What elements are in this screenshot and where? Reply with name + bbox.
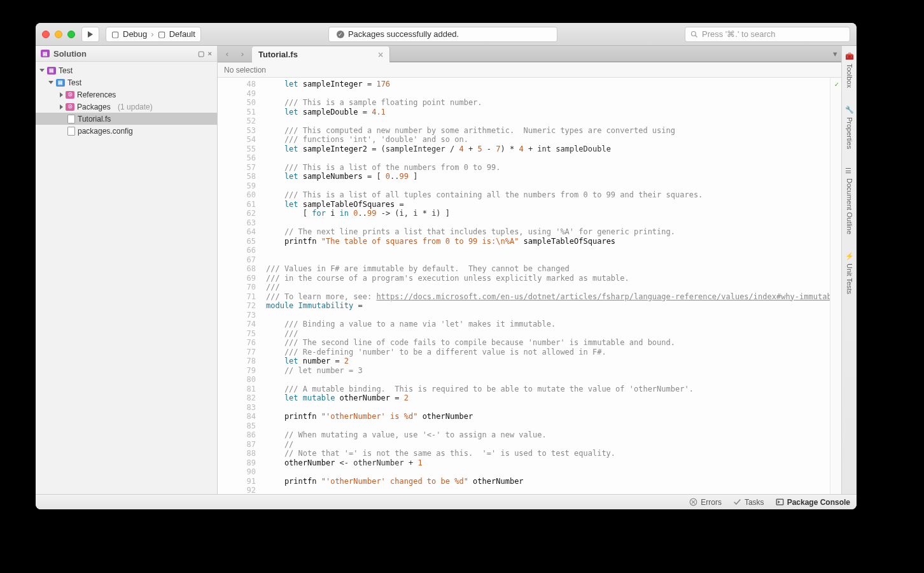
global-search[interactable]: Press '⌘.' to search [685,27,850,42]
file-tab-tutorial[interactable]: Tutorial.fs × [252,46,390,62]
solution-title: Solution [53,49,87,59]
file-icon [67,127,75,136]
close-window-button[interactable] [42,31,50,38]
config-label: Debug [123,29,147,39]
console-icon [776,498,784,506]
tree-file-packages-config[interactable]: packages.config [36,125,217,137]
breadcrumb-bar[interactable]: No selection [218,62,841,78]
errors-button[interactable]: Errors [689,498,722,507]
panel-undock-button[interactable]: ▢ [198,50,204,58]
references-label: References [77,90,116,99]
tab-bar-rest: ▾ [390,46,841,62]
errors-icon [689,498,697,506]
nav-back-button[interactable]: ‹ [220,48,234,60]
ok-marker-icon: ✓ [834,80,839,90]
tab-dropdown-button[interactable]: ▾ [833,49,837,59]
rail-unit-tests[interactable]: ⚡ Unit Tests [845,250,854,297]
ide-window: ▢ Debug › ▢ Default ✓ Packages successfu… [36,23,857,509]
rail-properties[interactable]: 🔧 Properties [845,103,854,152]
rail-label: Document Outline [846,178,853,234]
solution-name: Test [59,66,73,75]
nav-forward-button[interactable]: › [235,48,249,60]
tab-bar: ‹ › Tutorial.fs × ▾ [218,46,841,62]
solution-icon: ▤ [41,50,50,57]
solution-panel-header: ▤ Solution ▢ × [36,46,217,62]
unit-tests-icon: ⚡ [845,252,854,261]
minimize-window-button[interactable] [55,31,62,38]
chevron-right-icon[interactable] [60,104,63,110]
target-icon: ▢ [158,29,165,39]
right-rail: 🧰 Toolbox 🔧 Properties ☰ Document Outlin… [841,46,857,494]
search-placeholder: Press '⌘.' to search [702,29,776,39]
check-icon: ✓ [337,31,344,38]
file-label: Tutorial.fs [78,115,111,124]
chevron-down-icon[interactable] [39,69,45,72]
status-display: ✓ Packages successfully added. [328,27,557,42]
window-controls [42,31,75,38]
line-gutter: 48 49 50 51 52 53 54 55 56 57 58 59 60 6… [218,78,263,494]
rail-label: Toolbox [846,64,853,88]
tasks-icon [733,498,741,506]
outline-icon: ☰ [845,167,854,176]
solution-icon: ▤ [47,67,56,74]
play-icon [87,31,94,38]
errors-label: Errors [701,498,722,507]
status-bar: Errors Tasks Package Console [36,494,857,509]
device-icon: ▢ [111,29,119,39]
packages-label: Packages [77,103,111,111]
rail-label: Unit Tests [846,264,853,294]
packages-icon: ⦾ [66,103,74,111]
tasks-button[interactable]: Tasks [733,498,764,507]
file-icon [67,115,75,124]
tree-file-tutorial[interactable]: Tutorial.fs [36,113,217,125]
target-label: Default [169,29,195,39]
svg-point-1 [692,31,696,36]
run-config-selector[interactable]: ▢ Debug › ▢ Default [106,27,201,42]
rail-label: Properties [846,117,853,149]
tree-project[interactable]: ▤ Test [36,76,217,88]
file-label: packages.config [78,127,133,136]
breadcrumb-text: No selection [224,66,266,74]
chevron-right-icon[interactable] [60,92,63,97]
code-editor[interactable]: 48 49 50 51 52 53 54 55 56 57 58 59 60 6… [218,78,841,494]
tasks-label: Tasks [745,498,764,507]
code-content[interactable]: let sampleInteger = 176 /// This is a sa… [263,78,830,494]
rail-toolbox[interactable]: 🧰 Toolbox [845,50,854,90]
tab-title: Tutorial.fs [258,50,298,59]
nav-buttons: ‹ › [218,46,252,62]
tree-references[interactable]: ⦾ References [36,88,217,101]
svg-line-2 [696,35,697,37]
titlebar: ▢ Debug › ▢ Default ✓ Packages successfu… [36,23,857,46]
tree-packages[interactable]: ⦾ Packages (1 update) [36,101,217,113]
rail-document-outline[interactable]: ☰ Document Outline [845,164,854,237]
close-tab-button[interactable]: × [378,50,383,60]
package-console-button[interactable]: Package Console [776,498,850,507]
panel-close-button[interactable]: × [208,50,212,57]
body: ▤ Solution ▢ × ▤ Test ▤ Test [36,46,857,494]
chevron-right-icon: › [151,29,153,39]
solution-tree[interactable]: ▤ Test ▤ Test ⦾ References ⦾ Packages [36,62,217,494]
chevron-down-icon[interactable] [48,81,53,84]
run-button[interactable] [81,27,99,42]
editor-area: ‹ › Tutorial.fs × ▾ No selection 48 49 5… [218,46,841,494]
project-icon: ▤ [56,79,65,87]
project-name: Test [67,78,81,87]
properties-icon: 🔧 [845,106,854,115]
references-icon: ⦾ [66,91,74,99]
console-label: Package Console [787,498,850,507]
tree-solution-root[interactable]: ▤ Test [36,64,217,76]
zoom-window-button[interactable] [67,31,75,38]
marker-bar: ✓ [830,78,841,494]
status-text: Packages successfully added. [348,29,459,39]
packages-badge: (1 update) [118,103,153,111]
toolbox-icon: 🧰 [845,52,854,61]
solution-sidebar: ▤ Solution ▢ × ▤ Test ▤ Test [36,46,218,494]
search-icon [690,31,698,38]
svg-marker-0 [88,31,93,38]
